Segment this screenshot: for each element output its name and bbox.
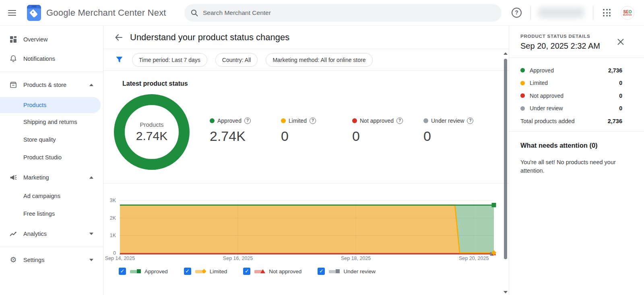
sidebar-item-products[interactable]: Products — [0, 97, 101, 113]
store-box-icon — [9, 80, 18, 89]
help-circle-icon[interactable] — [396, 118, 403, 124]
chevron-down-icon — [89, 259, 93, 261]
app-title: Google Merchant Center Next — [46, 8, 166, 18]
sidebar-item-product-studio[interactable]: Product Studio — [0, 149, 103, 166]
legend-checkbox-not-approved[interactable] — [243, 268, 250, 275]
legend-label: Limited — [210, 268, 227, 274]
bell-icon — [9, 54, 18, 63]
legend-item-under-review: Under review — [318, 268, 376, 275]
stat-label: Limited — [289, 118, 307, 124]
search-icon — [190, 9, 198, 17]
back-arrow-button[interactable] — [111, 30, 126, 45]
sidebar-item-label: Product Studio — [23, 154, 62, 161]
legend-checkbox-approved[interactable] — [119, 268, 126, 275]
attention-heading: What needs attention (0) — [520, 142, 628, 149]
sidebar-item-shipping-returns[interactable]: Shipping and returns — [0, 113, 103, 131]
help-circle-icon[interactable] — [244, 118, 251, 124]
filter-chip-marketing-method[interactable]: Marketing method: All for online store — [266, 53, 372, 67]
account-name-blurred — [538, 7, 584, 18]
sidebar-item-label: Settings — [23, 257, 44, 263]
search-bar[interactable] — [184, 4, 502, 22]
legend-label: Under review — [343, 268, 376, 274]
sidebar-item-products-store[interactable]: Products & store — [0, 75, 103, 95]
help-circle-icon[interactable] — [310, 118, 316, 124]
status-dot-not-approved — [520, 93, 525, 98]
legend-swatch-under-review — [329, 269, 340, 274]
filter-chip-country[interactable]: Country: All — [215, 53, 258, 67]
status-dot-not-approved — [352, 118, 357, 123]
help-icon[interactable] — [512, 8, 522, 18]
status-dot-limited — [281, 118, 286, 123]
chevron-up-icon — [89, 176, 93, 179]
legend-label: Not approved — [269, 268, 301, 274]
legend-swatch-approved — [130, 269, 141, 274]
sidebar-item-overview[interactable]: Overview — [0, 30, 103, 49]
panel-row-under-review: Under review 0 — [520, 102, 622, 115]
sidebar-item-notifications[interactable]: Notifications — [0, 49, 103, 68]
topbar-divider — [530, 6, 531, 20]
stat-not-approved: Not approved 0 — [352, 118, 423, 170]
topbar-divider — [593, 6, 593, 20]
stat-value: 0 — [352, 128, 423, 144]
status-history-chart-section: 01K2K3KSep 14, 2025Sep 16, 2025Sep 18, 2… — [103, 183, 509, 275]
chevron-up-icon — [89, 84, 93, 86]
donut-label: Products — [140, 121, 163, 128]
sidebar-item-label: Analytics — [23, 231, 47, 237]
main-scrollbar[interactable] — [503, 51, 508, 294]
overview-icon — [9, 35, 18, 44]
scrollbar-thumb[interactable] — [504, 59, 507, 259]
sidebar-item-label: Products — [23, 102, 46, 108]
sidebar-item-label: Free listings — [23, 210, 55, 217]
status-dot-under-review — [520, 106, 525, 111]
chevron-down-icon — [89, 233, 93, 235]
sidebar-item-label: Marketing — [23, 174, 49, 181]
status-dot-limited — [520, 81, 525, 85]
svg-text:Sep 20, 2025: Sep 20, 2025 — [459, 256, 489, 261]
attention-body: You're all set! No products need your at… — [520, 158, 628, 175]
svg-text:Sep 16, 2025: Sep 16, 2025 — [223, 256, 253, 261]
sidebar-item-marketing[interactable]: Marketing — [0, 168, 103, 187]
main-content: Understand your product status changes T… — [103, 26, 509, 295]
filter-icon[interactable] — [116, 56, 123, 64]
legend-checkbox-limited[interactable] — [184, 268, 191, 275]
merchant-center-logo-icon — [27, 5, 41, 21]
stat-approved: Approved 2.74K — [210, 118, 281, 170]
legend-swatch-not-approved — [254, 269, 265, 274]
close-icon[interactable] — [617, 38, 625, 46]
panel-total-row: Total products added 2,736 — [520, 118, 622, 124]
page-title-bar: Understand your product status changes — [103, 26, 509, 49]
filter-bar: Time period: Last 7 days Country: All Ma… — [103, 49, 509, 71]
scroll-up-arrow[interactable] — [504, 52, 508, 55]
apps-grid-icon[interactable] — [603, 9, 611, 17]
svg-text:Sep 14, 2025: Sep 14, 2025 — [105, 256, 135, 261]
stat-value: 0 — [281, 128, 352, 144]
filter-chip-time-period[interactable]: Time period: Last 7 days — [132, 53, 207, 67]
sidebar-nav: Overview Notifications Products & store … — [0, 26, 103, 295]
status-dot-approved — [210, 118, 215, 123]
sidebar-item-free-listings[interactable]: Free listings — [0, 205, 103, 223]
help-circle-icon[interactable] — [467, 118, 473, 124]
sidebar-item-analytics[interactable]: Analytics — [0, 224, 103, 243]
sidebar-item-ad-campaigns[interactable]: Ad campaigns — [0, 187, 103, 205]
sidebar-item-label: Products & store — [23, 82, 66, 88]
stat-value: 2.74K — [210, 128, 281, 144]
stat-label: Under review — [431, 118, 464, 124]
sidebar-item-store-quality[interactable]: Store quality — [0, 131, 103, 149]
svg-text:3K: 3K — [110, 198, 116, 203]
sidebar-item-label: Store quality — [23, 136, 56, 143]
stat-label: Not approved — [360, 118, 394, 124]
panel-header-label: PRODUCT STATUS DETAILS — [520, 34, 621, 39]
what-needs-attention-section: What needs attention (0) You're all set!… — [509, 132, 644, 175]
sidebar-item-label: Notifications — [23, 56, 55, 62]
stat-under-review: Under review 0 — [423, 118, 495, 170]
search-input[interactable] — [203, 9, 477, 17]
hamburger-menu-icon[interactable] — [8, 8, 16, 17]
scroll-down-arrow[interactable] — [504, 291, 508, 293]
analytics-trend-icon — [9, 229, 18, 238]
product-status-details-panel: PRODUCT STATUS DETAILS Sep 20, 2025 2:32… — [509, 26, 644, 295]
legend-checkbox-under-review[interactable] — [318, 268, 325, 275]
account-avatar[interactable]: SEO MENTOR — [621, 6, 634, 20]
page-title: Understand your product status changes — [130, 32, 289, 43]
svg-text:0: 0 — [113, 250, 116, 256]
sidebar-item-settings[interactable]: Settings — [0, 250, 103, 270]
